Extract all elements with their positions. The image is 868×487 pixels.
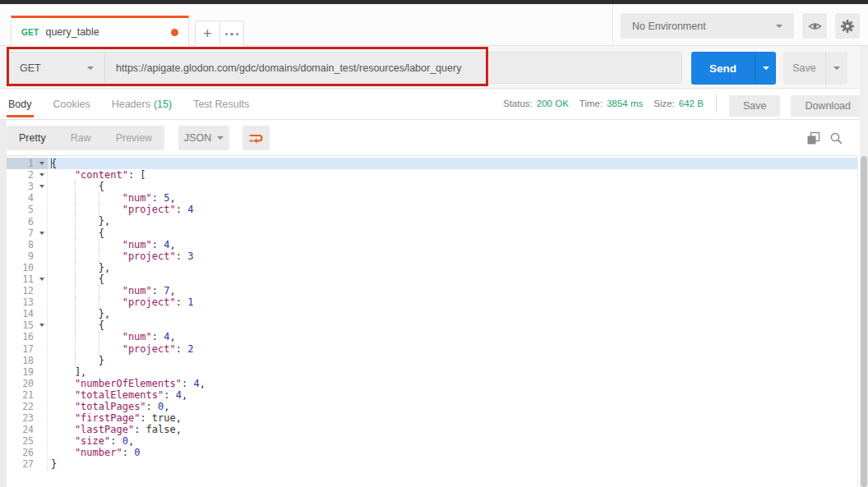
method-dropdown[interactable]: GET <box>9 53 105 83</box>
scrollbar-thumb[interactable] <box>861 156 867 487</box>
line-number: 1 <box>7 158 37 169</box>
line-number-gutter: 3 <box>7 181 48 192</box>
search-response-button[interactable] <box>827 129 845 147</box>
code-line-text: "totalElements": 4, <box>48 389 857 401</box>
code-line[interactable]: 20"numberOfElements": 4, <box>7 378 857 389</box>
environment-preview-button[interactable] <box>802 13 827 39</box>
code-line-text: "numberOfElements": 4, <box>48 378 857 389</box>
format-value: JSON <box>184 132 211 144</box>
code-line[interactable]: 11{ <box>7 273 857 285</box>
code-line-text: } <box>48 355 857 366</box>
view-mode-preview[interactable]: Preview <box>104 132 164 144</box>
code-line[interactable]: 23"firstPage": true, <box>7 412 857 424</box>
code-line-text: }, <box>48 262 857 273</box>
code-line-text: { <box>48 181 857 192</box>
code-line[interactable]: 22"totalPages": 0, <box>7 401 857 412</box>
request-url-bar: GET https://apigate.glodon.com/gdc/domai… <box>0 46 868 89</box>
line-number-gutter: 9 <box>7 250 48 262</box>
code-line[interactable]: 26"number": 0 <box>7 447 857 458</box>
code-line[interactable]: 17"project": 2 <box>7 343 857 355</box>
send-label: Send <box>691 52 755 85</box>
download-response-button[interactable]: Download <box>791 95 865 117</box>
code-line[interactable]: 12"num": 7, <box>7 285 857 296</box>
code-line-text: "project": 4 <box>48 204 857 215</box>
format-dropdown[interactable]: JSON <box>178 126 229 150</box>
code-line[interactable]: 4"num": 5, <box>7 192 857 204</box>
tab-body[interactable]: Body <box>8 89 32 120</box>
code-line[interactable]: 15{ <box>7 319 857 331</box>
line-number: 23 <box>7 412 37 424</box>
save-request-button[interactable]: Save <box>783 52 847 85</box>
code-line[interactable]: 25"size": 0, <box>7 435 857 447</box>
line-number-gutter: 13 <box>7 296 48 308</box>
fold-toggle-icon[interactable] <box>37 324 47 327</box>
line-number: 3 <box>7 181 37 192</box>
code-editor[interactable]: 1{2"content": [3{4"num": 5,5"project": 4… <box>7 155 858 487</box>
left-gutter-strip <box>0 120 7 487</box>
line-number: 26 <box>7 447 37 458</box>
code-line-text: "number": 0 <box>48 447 857 458</box>
code-line[interactable]: 6}, <box>7 215 857 227</box>
code-line-text: "totalPages": 0, <box>48 401 857 412</box>
tab-menu-button[interactable] <box>219 21 244 47</box>
line-number-gutter: 10 <box>7 262 48 273</box>
settings-button[interactable] <box>835 13 860 39</box>
line-number-gutter: 12 <box>7 285 48 296</box>
request-tab-bar: GET query_table + No Environment <box>0 4 868 46</box>
code-line[interactable]: 5"project": 4 <box>7 204 857 215</box>
line-number: 5 <box>7 204 37 215</box>
code-line-text: "content": [ <box>48 169 857 181</box>
code-line[interactable]: 10}, <box>7 262 857 273</box>
line-number-gutter: 5 <box>7 204 48 215</box>
fold-toggle-icon[interactable] <box>37 162 47 165</box>
fold-toggle-icon[interactable] <box>37 173 47 177</box>
line-number-gutter: 11 <box>7 273 48 285</box>
method-value: GET <box>20 62 41 74</box>
code-line[interactable]: 21"totalElements": 4, <box>7 389 857 401</box>
environment-selector[interactable]: No Environment <box>621 13 794 39</box>
code-line[interactable]: 9"project": 3 <box>7 250 857 262</box>
eye-icon <box>808 21 822 32</box>
save-options-button[interactable] <box>825 52 847 85</box>
copy-response-button[interactable] <box>804 129 822 147</box>
new-tab-button[interactable]: + <box>196 21 219 47</box>
code-line[interactable]: 16"num": 4, <box>7 331 857 342</box>
tab-test-results[interactable]: Test Results <box>193 89 249 120</box>
line-number-gutter: 21 <box>7 389 48 401</box>
code-line[interactable]: 24"lastPage": false, <box>7 424 857 435</box>
view-mode-pretty[interactable]: Pretty <box>7 132 58 144</box>
search-icon <box>829 131 843 145</box>
postman-window: GET query_table + No Environment <box>0 0 868 487</box>
send-options-button[interactable] <box>755 52 776 85</box>
view-mode-raw[interactable]: Raw <box>58 132 104 144</box>
code-line[interactable]: 3{ <box>7 181 857 192</box>
code-line[interactable]: 13"project": 1 <box>7 296 857 308</box>
line-number-gutter: 19 <box>7 366 48 378</box>
request-tab[interactable]: GET query_table <box>11 16 189 47</box>
line-number-gutter: 1 <box>7 158 48 169</box>
code-line[interactable]: 1{ <box>7 158 857 169</box>
line-number: 13 <box>7 296 37 308</box>
tab-headers[interactable]: Headers (15) <box>112 89 172 120</box>
code-line[interactable]: 19], <box>7 366 857 378</box>
line-number: 16 <box>7 331 37 342</box>
code-line[interactable]: 14}, <box>7 308 857 319</box>
url-input[interactable]: https://apigate.glodon.com/gdc/domains/d… <box>105 53 681 83</box>
wrap-lines-button[interactable] <box>242 126 270 150</box>
code-line[interactable]: 27} <box>7 458 857 470</box>
tab-cookies[interactable]: Cookies <box>53 89 90 120</box>
code-line[interactable]: 2"content": [ <box>7 169 857 181</box>
code-line[interactable]: 8"num": 4, <box>7 239 857 250</box>
fold-toggle-icon[interactable] <box>37 232 47 235</box>
ellipsis-icon <box>225 33 239 36</box>
code-line[interactable]: 18} <box>7 355 857 366</box>
line-number: 2 <box>7 169 37 181</box>
chevron-down-icon <box>217 136 224 140</box>
code-line[interactable]: 7{ <box>7 227 857 239</box>
line-number: 14 <box>7 308 37 319</box>
save-response-button[interactable]: Save <box>729 95 781 117</box>
send-button[interactable]: Send <box>691 52 776 85</box>
fold-toggle-icon[interactable] <box>37 185 47 188</box>
fold-toggle-icon[interactable] <box>37 278 47 281</box>
chevron-down-icon <box>776 25 783 28</box>
